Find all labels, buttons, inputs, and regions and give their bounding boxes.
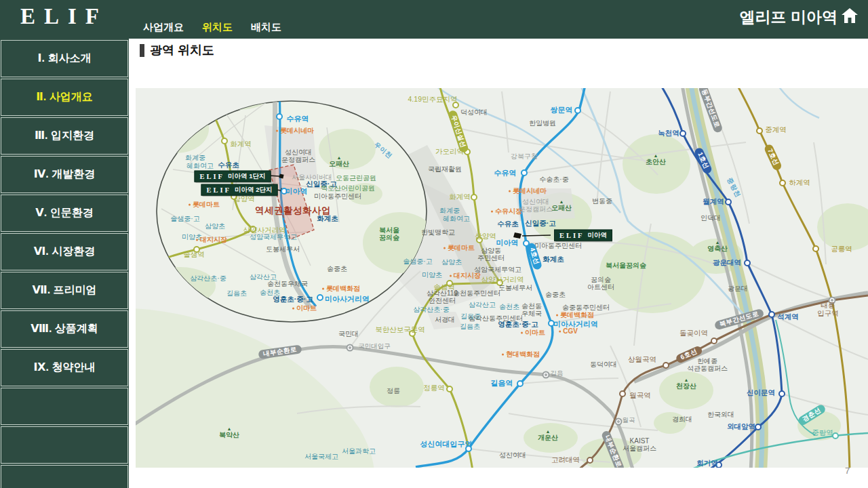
map-label: 삼각산119 안전센터: [427, 289, 458, 304]
station-marker: [715, 462, 722, 468]
map-label: 꿈의숲 아트센터: [587, 276, 614, 291]
station-marker: [250, 226, 256, 232]
map-label: 석계역: [777, 313, 799, 321]
map-label: 월곡: [623, 417, 635, 424]
map-label: 성신여대입구역: [420, 440, 473, 448]
sidebar-item[interactable]: Ⅴ. 인문환경: [1, 195, 128, 232]
map-label: 동덕여대: [590, 361, 617, 368]
map-label: 북서울꿈의숲: [606, 262, 646, 269]
map-label: 성암국제무역고: [474, 266, 521, 273]
map-label: 화계초: [542, 256, 564, 264]
map-label: 역세권활성화사업: [255, 205, 331, 216]
map-label: 수유역: [287, 115, 309, 123]
sidebar-item[interactable]: Ⅵ. 시장환경: [1, 233, 128, 270]
map-label: 미양초: [182, 233, 202, 241]
sidebar-item[interactable]: Ⅷ. 상품계획: [1, 310, 128, 348]
elif-label-text: 미아역 1단지: [228, 173, 265, 180]
map-label: 미아사거리역: [553, 320, 598, 328]
location-map: 덕성여대쌍문역4.19민주묘지역우이신설선가오리역한일병원강북구청국립재활원수유…: [136, 88, 868, 468]
station-marker: [276, 113, 283, 120]
map-label: 송천동우체국: [267, 280, 308, 287]
mountain-icon: ▲: [219, 426, 239, 431]
map-label: 국민대입구: [358, 343, 391, 350]
page-number: 7: [845, 466, 850, 476]
sidebar-item[interactable]: Ⅶ. 프리미엄: [1, 272, 128, 309]
map-label: ▲북악산: [219, 426, 239, 439]
sidebar-item[interactable]: Ⅳ. 개발환경: [1, 156, 128, 193]
station-marker: [496, 279, 503, 286]
sidebar-item[interactable]: Ⅲ. 입지환경: [1, 117, 128, 155]
map-label: 영훈초·중·고: [273, 296, 313, 304]
nav-item[interactable]: 배치도: [251, 21, 281, 34]
station-marker: [464, 148, 471, 155]
station-marker: [476, 237, 483, 243]
sidebar-item[interactable]: Ⅱ. 사업개요: [1, 79, 128, 116]
map-label: 미아사거리역: [325, 295, 370, 303]
map-label: 동부간선도로: [698, 88, 723, 134]
map-label: 한빛맹학교: [421, 228, 455, 236]
map-label: 서경대: [435, 316, 455, 323]
elif-label: ELIF미아역 2단지: [201, 184, 278, 196]
map-label: 하계역: [789, 179, 810, 187]
map-label: 도봉세무서: [498, 284, 532, 291]
sidebar-item[interactable]: Ⅸ. 청약안내: [1, 349, 128, 386]
map-label: 길음초: [226, 289, 247, 297]
map-label: 서울과학고: [342, 447, 376, 455]
station-marker: [471, 194, 477, 201]
map-label: 미아역: [285, 187, 308, 195]
station-marker: [446, 280, 453, 287]
map-label: 화계초: [317, 215, 338, 223]
map-label: 1호선: [694, 146, 713, 174]
title-accent-bar: [140, 44, 144, 57]
map-label: 혜화여고: [186, 162, 214, 169]
map-label: 혜화여고: [443, 215, 470, 222]
map-label: 성신여대: [499, 451, 526, 459]
map-label: 삼각산초·중: [190, 274, 226, 282]
map-label: 송천동 우체국: [521, 302, 542, 317]
map-label: 삼양초: [205, 222, 225, 230]
map-label: 강북구청: [511, 152, 538, 160]
map-label: 화계중: [439, 207, 460, 214]
station-marker: [574, 107, 581, 114]
sidebar-item[interactable]: [1, 426, 128, 464]
map-label: 길음중: [460, 312, 481, 320]
map-label: 한일병원: [529, 119, 556, 127]
map-label: 인덕대: [701, 214, 721, 222]
mountain-label: 북악산: [219, 431, 239, 439]
map-label: ▲오패산: [329, 155, 349, 167]
nav-item[interactable]: 사업개요: [143, 21, 184, 34]
station-marker: [812, 245, 819, 252]
station-marker: [317, 294, 323, 301]
sidebar-item[interactable]: [1, 465, 128, 488]
map-label: 송천초: [260, 289, 280, 296]
map-label: 월계역: [703, 198, 724, 206]
map-label: 월곡역: [629, 392, 651, 400]
map-label: 광운대: [728, 285, 748, 292]
station-marker: [744, 260, 751, 266]
station-marker: [756, 127, 763, 134]
station-marker: [679, 130, 686, 137]
station-marker: [193, 246, 200, 253]
map-label: 국민대: [338, 330, 359, 338]
map-label: 정릉역: [423, 384, 445, 392]
nav-item[interactable]: 위치도: [202, 21, 233, 34]
map-label: 내부순환로: [258, 344, 302, 359]
mountain-label: 영축산: [707, 245, 728, 252]
map-label: 이마트: [521, 329, 545, 336]
map-label: 롯데시네마: [509, 187, 547, 195]
map-label: 6호선: [675, 345, 703, 364]
map-label: KAIST 서울캠퍼스: [623, 437, 656, 452]
mountain-label: 초안산: [646, 158, 666, 165]
sidebar-item[interactable]: [1, 388, 128, 425]
map-label: 화계역: [449, 193, 471, 201]
station-marker: [409, 330, 416, 337]
station-marker: [521, 169, 528, 176]
station-marker: [221, 138, 228, 144]
home-icon[interactable]: [841, 7, 859, 24]
mountain-label: 오패산: [329, 160, 349, 167]
mountain-icon: ▲: [329, 155, 349, 160]
map-labels-layer: 덕성여대쌍문역4.19민주묘지역우이신설선가오리역한일병원강북구청국립재활원수유…: [136, 88, 868, 468]
map-label: 회기역: [696, 460, 718, 468]
mountain-icon: ▲: [646, 153, 666, 158]
sidebar-item[interactable]: Ⅰ. 회사소개: [1, 40, 128, 77]
